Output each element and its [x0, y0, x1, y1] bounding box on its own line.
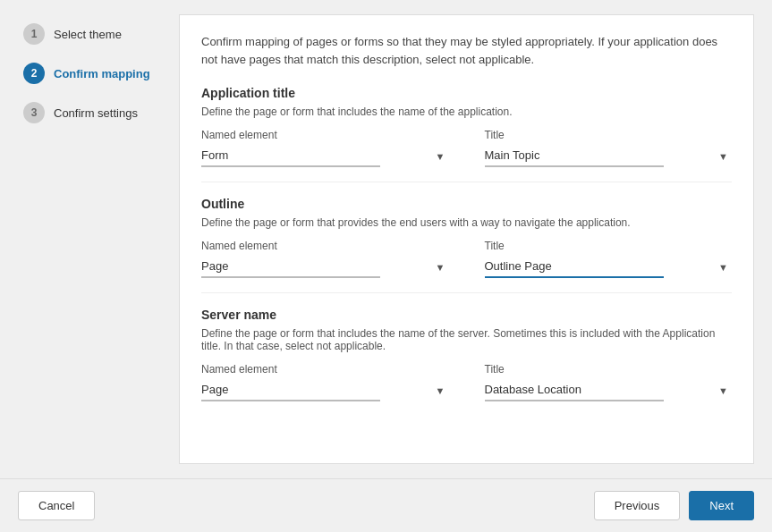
chevron-down-icon-2: ▼: [718, 151, 728, 162]
sidebar-label-confirm-mapping: Confirm mapping: [54, 67, 150, 80]
form-row-server: Named element Page Form Not applicable ▼…: [201, 363, 732, 401]
named-element-label-2: Named element: [201, 240, 449, 252]
divider-2: [201, 292, 732, 293]
title-label-2: Title: [485, 240, 733, 252]
section-desc-server: Define the page or form that includes th…: [201, 327, 732, 352]
form-group-title-1: Title Main Topic Not applicable ▼: [485, 129, 733, 167]
named-element-select-2[interactable]: Page Form Not applicable: [201, 256, 380, 278]
footer: Cancel Previous Next: [0, 478, 772, 532]
section-title-server: Server name: [201, 308, 732, 322]
named-element-select-3[interactable]: Page Form Not applicable: [201, 379, 380, 401]
next-button[interactable]: Next: [689, 491, 754, 520]
form-group-named-element-3: Named element Page Form Not applicable ▼: [201, 363, 449, 401]
form-group-title-2: Title Outline Page Not applicable ▼: [485, 240, 733, 278]
section-title-app-title: Application title: [201, 86, 732, 100]
sidebar-item-confirm-settings[interactable]: 3 Confirm settings: [18, 93, 179, 132]
title-select-wrapper-1[interactable]: Main Topic Not applicable ▼: [485, 145, 733, 167]
sidebar-label-confirm-settings: Confirm settings: [54, 106, 138, 120]
step-number-1: 1: [23, 23, 45, 45]
title-select-1[interactable]: Main Topic Not applicable: [485, 145, 664, 167]
named-element-select-wrapper-2[interactable]: Page Form Not applicable ▼: [201, 256, 449, 278]
named-element-select-1[interactable]: Form Page Not applicable: [201, 145, 380, 167]
section-server-name: Server name Define the page or form that…: [201, 308, 732, 401]
previous-button[interactable]: Previous: [594, 491, 681, 520]
form-group-named-element-2: Named element Page Form Not applicable ▼: [201, 240, 449, 278]
sidebar: 1 Select theme 2 Confirm mapping 3 Confi…: [18, 14, 179, 464]
step-number-3: 3: [23, 102, 45, 123]
content-area: 1 Select theme 2 Confirm mapping 3 Confi…: [0, 0, 772, 478]
main-container: 1 Select theme 2 Confirm mapping 3 Confi…: [0, 0, 772, 532]
named-element-label-1: Named element: [201, 129, 449, 141]
form-row-app-title: Named element Form Page Not applicable ▼…: [201, 129, 732, 167]
chevron-down-icon-5: ▼: [436, 385, 445, 396]
section-application-title: Application title Define the page or for…: [201, 86, 732, 167]
intro-text: Confirm mapping of pages or forms so tha…: [201, 33, 732, 68]
section-desc-outline: Define the page or form that provides th…: [201, 216, 732, 229]
form-row-outline: Named element Page Form Not applicable ▼…: [201, 240, 732, 278]
divider-1: [201, 182, 732, 182]
title-select-2[interactable]: Outline Page Not applicable: [485, 256, 664, 278]
section-title-outline: Outline: [201, 197, 732, 211]
form-group-title-3: Title Database Location Not applicable ▼: [485, 363, 733, 401]
sidebar-item-confirm-mapping[interactable]: 2 Confirm mapping: [18, 54, 179, 93]
cancel-button[interactable]: Cancel: [18, 491, 95, 520]
sidebar-item-select-theme[interactable]: 1 Select theme: [18, 14, 179, 54]
named-element-select-wrapper-1[interactable]: Form Page Not applicable ▼: [201, 145, 449, 167]
sidebar-label-select-theme: Select theme: [54, 28, 122, 41]
title-select-wrapper-2[interactable]: Outline Page Not applicable ▼: [485, 256, 733, 278]
title-select-wrapper-3[interactable]: Database Location Not applicable ▼: [485, 379, 733, 401]
named-element-label-3: Named element: [201, 363, 449, 376]
chevron-down-icon: ▼: [436, 151, 445, 162]
named-element-select-wrapper-3[interactable]: Page Form Not applicable ▼: [201, 379, 449, 401]
main-panel: Confirm mapping of pages or forms so tha…: [179, 14, 754, 464]
footer-right: Previous Next: [594, 491, 754, 520]
section-outline: Outline Define the page or form that pro…: [201, 197, 732, 278]
title-label-3: Title: [485, 363, 733, 376]
step-number-2: 2: [23, 63, 45, 84]
title-label-1: Title: [485, 129, 733, 141]
chevron-down-icon-6: ▼: [718, 385, 728, 396]
chevron-down-icon-3: ▼: [436, 262, 445, 273]
form-group-named-element-1: Named element Form Page Not applicable ▼: [201, 129, 449, 167]
title-select-3[interactable]: Database Location Not applicable: [485, 379, 664, 401]
chevron-down-icon-4: ▼: [718, 262, 728, 273]
section-desc-app-title: Define the page or form that includes th…: [201, 106, 732, 118]
